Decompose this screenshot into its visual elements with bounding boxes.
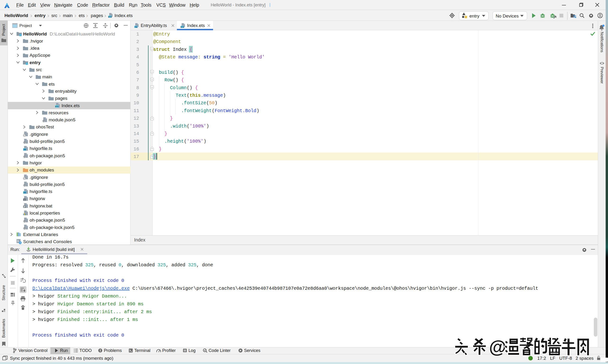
svg-text:{ }: { } — [24, 184, 26, 187]
svg-text:›: › — [24, 198, 25, 201]
svg-text:TS: TS — [23, 149, 26, 151]
svg-text:{ }: { } — [43, 120, 45, 122]
svg-text:TS: TS — [23, 192, 26, 194]
svg-text:{ }: { } — [24, 142, 26, 144]
svg-text:ETS: ETS — [108, 16, 112, 18]
svg-text:TS: TS — [135, 26, 137, 28]
svg-text:ETS: ETS — [181, 26, 184, 28]
svg-text:{ }: { } — [24, 156, 26, 158]
svg-text:ETS: ETS — [55, 106, 59, 107]
svg-text:{ }: { } — [24, 228, 26, 230]
svg-text:{ }: { } — [24, 221, 26, 222]
